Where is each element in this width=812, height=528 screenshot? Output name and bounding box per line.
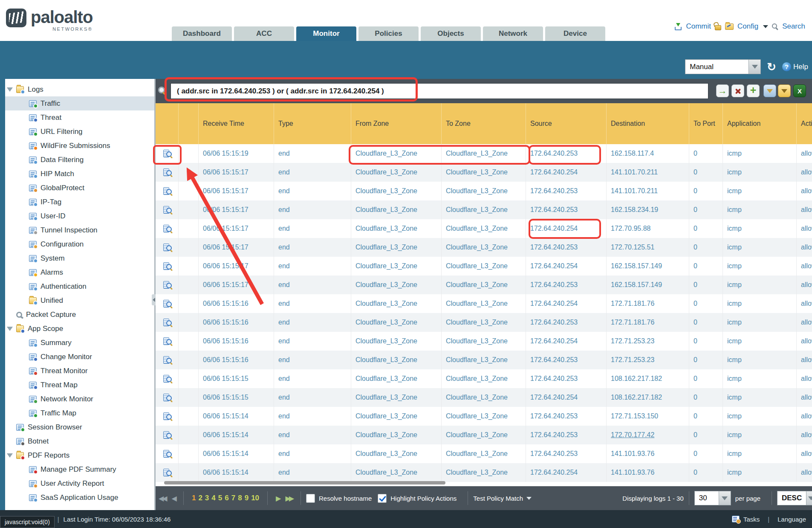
sidebar-item-traffic-map[interactable]: Traffic Map — [5, 406, 154, 420]
sidebar-item-traffic[interactable]: Traffic — [5, 96, 154, 110]
column-header-from-zone[interactable]: From Zone — [351, 103, 442, 144]
to-zone-value[interactable]: Cloudflare_L3_Zone — [446, 206, 508, 214]
column-header-to-port[interactable]: To Port — [689, 103, 723, 144]
application-value[interactable]: icmp — [727, 469, 742, 476]
action-value[interactable]: allow — [801, 394, 812, 401]
application-value[interactable]: icmp — [727, 262, 742, 270]
page-2[interactable]: 2 — [198, 494, 202, 502]
cell-from-zone[interactable]: Cloudflare_L3_Zone — [351, 407, 442, 426]
cell-from-zone[interactable]: Cloudflare_L3_Zone — [351, 369, 442, 388]
column-header-receive-time[interactable]: Receive Time — [199, 103, 274, 144]
cell-source[interactable]: 172.64.240.253 — [526, 144, 607, 163]
log-detail-icon[interactable] — [163, 225, 171, 233]
cell-to-zone[interactable]: Cloudflare_L3_Zone — [442, 200, 526, 219]
log-detail-icon[interactable] — [163, 469, 171, 477]
action-value[interactable]: allow — [801, 319, 812, 326]
apply-filter-icon[interactable] — [716, 84, 729, 97]
application-value[interactable]: icmp — [727, 225, 742, 232]
cell-action[interactable]: allow — [797, 388, 812, 407]
cell-source[interactable]: 172.64.240.253 — [526, 426, 607, 444]
source-value[interactable]: 172.64.240.253 — [530, 281, 578, 289]
destination-value[interactable]: 108.162.217.182 — [611, 375, 662, 383]
cell-action[interactable]: allow — [797, 463, 812, 482]
log-detail-icon[interactable] — [163, 375, 171, 383]
sidebar-collapse-handle[interactable] — [152, 294, 156, 305]
source-value[interactable]: 172.64.240.253 — [530, 187, 578, 195]
cell-from-zone[interactable]: Cloudflare_L3_Zone — [351, 163, 442, 182]
filter-query-input[interactable] — [170, 83, 708, 99]
cell-destination[interactable]: 162.158.234.19 — [607, 200, 689, 219]
cell-to-port[interactable]: 0 — [689, 388, 723, 407]
destination-value[interactable]: 162.158.157.149 — [611, 262, 662, 270]
to-port-value[interactable]: 0 — [694, 168, 697, 176]
column-header-source[interactable]: Source — [526, 103, 607, 144]
refresh-icon[interactable]: ↻ — [767, 61, 776, 73]
application-value[interactable]: icmp — [727, 394, 742, 401]
lock-icon[interactable] — [715, 25, 721, 30]
cell-source[interactable]: 172.64.240.253 — [526, 182, 607, 200]
sidebar-item-url-filtering[interactable]: URL Filtering — [5, 125, 154, 139]
application-value[interactable]: icmp — [727, 375, 742, 383]
sidebar-item-data-filtering[interactable]: Data Filtering — [5, 153, 154, 167]
cell-application[interactable]: icmp — [723, 463, 797, 482]
cell-to-port[interactable]: 0 — [689, 257, 723, 276]
cell-action[interactable]: allow — [797, 407, 812, 426]
to-port-value[interactable]: 0 — [694, 375, 697, 383]
action-value[interactable]: allow — [801, 225, 812, 232]
to-port-value[interactable]: 0 — [694, 319, 697, 326]
action-value[interactable]: allow — [801, 412, 812, 420]
resolve-hostname-checkbox[interactable] — [306, 494, 315, 503]
source-value[interactable]: 172.64.240.253 — [530, 319, 578, 326]
cell-to-zone[interactable]: Cloudflare_L3_Zone — [442, 351, 526, 369]
column-header-to-zone[interactable]: To Zone — [442, 103, 526, 144]
commit-button[interactable]: Commit — [686, 22, 711, 31]
log-detail-icon[interactable] — [163, 356, 171, 364]
action-value[interactable]: allow — [801, 281, 812, 289]
action-value[interactable]: allow — [801, 469, 812, 476]
cell-application[interactable]: icmp — [723, 276, 797, 294]
cell-to-zone[interactable]: Cloudflare_L3_Zone — [442, 313, 526, 332]
action-value[interactable]: allow — [801, 375, 812, 383]
destination-value[interactable]: 162.158.117.4 — [611, 150, 654, 157]
cell-to-port[interactable]: 0 — [689, 238, 723, 257]
column-header-destination[interactable]: Destination — [607, 103, 689, 144]
page-5[interactable]: 5 — [218, 494, 222, 502]
cell-to-zone[interactable]: Cloudflare_L3_Zone — [442, 369, 526, 388]
destination-value[interactable]: 108.162.217.182 — [611, 394, 662, 401]
cell-action[interactable]: allow — [797, 257, 812, 276]
to-port-value[interactable]: 0 — [694, 187, 697, 195]
destination-value[interactable]: 172.70.177.42 — [611, 431, 654, 439]
cell-to-port[interactable]: 0 — [689, 407, 723, 426]
to-port-value[interactable]: 0 — [694, 206, 697, 214]
cell-to-port[interactable]: 0 — [689, 219, 723, 238]
log-detail-icon[interactable] — [163, 262, 171, 270]
cell-to-zone[interactable]: Cloudflare_L3_Zone — [442, 257, 526, 276]
application-value[interactable]: icmp — [727, 337, 742, 345]
cell-application[interactable]: icmp — [723, 182, 797, 200]
to-zone-value[interactable]: Cloudflare_L3_Zone — [446, 319, 508, 326]
source-value[interactable]: 172.64.240.254 — [530, 225, 578, 232]
source-value[interactable]: 172.64.240.253 — [530, 356, 578, 364]
source-value[interactable]: 172.64.240.253 — [530, 206, 578, 214]
page-1[interactable]: 1 — [192, 494, 196, 502]
cell-to-port[interactable]: 0 — [689, 444, 723, 463]
sidebar-item-unified[interactable]: Unified — [5, 293, 154, 308]
cell-from-zone[interactable]: Cloudflare_L3_Zone — [351, 426, 442, 444]
cell-to-port[interactable]: 0 — [689, 351, 723, 369]
cell-destination[interactable]: 172.70.125.51 — [607, 238, 689, 257]
column-header-application[interactable]: Application — [723, 103, 797, 144]
cell-from-zone[interactable]: Cloudflare_L3_Zone — [351, 276, 442, 294]
to-port-value[interactable]: 0 — [694, 225, 697, 232]
application-value[interactable]: icmp — [727, 300, 742, 308]
source-value[interactable]: 172.64.240.253 — [530, 450, 578, 458]
to-port-value[interactable]: 0 — [694, 300, 697, 308]
cell-destination[interactable]: 172.71.153.150 — [607, 407, 689, 426]
sidebar-item-threat-monitor[interactable]: Threat Monitor — [5, 364, 154, 378]
log-detail-icon[interactable] — [163, 394, 171, 402]
log-detail-icon[interactable] — [163, 244, 171, 252]
cell-application[interactable]: icmp — [723, 238, 797, 257]
page-3[interactable]: 3 — [205, 494, 209, 502]
language-button[interactable]: Language — [777, 516, 806, 523]
sidebar-item-network-monitor[interactable]: Network Monitor — [5, 392, 154, 406]
cell-to-zone[interactable]: Cloudflare_L3_Zone — [442, 426, 526, 444]
